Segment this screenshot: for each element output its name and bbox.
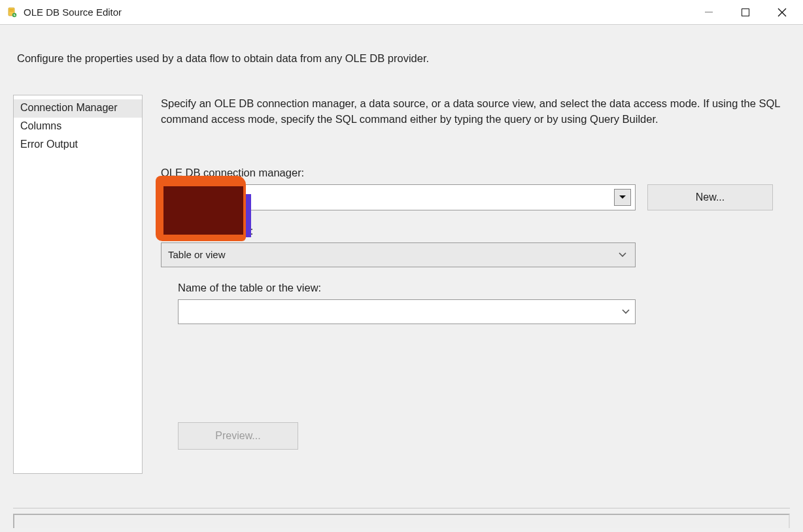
- window-title: OLE DB Source Editor: [24, 7, 691, 18]
- data-access-mode-label: Data access mode:: [161, 225, 787, 237]
- chevron-down-icon: [614, 189, 631, 206]
- maximize-button[interactable]: [727, 1, 764, 24]
- page-subtitle: Configure the properties used by a data …: [17, 52, 790, 65]
- close-button[interactable]: [764, 1, 800, 24]
- status-frame: [13, 514, 790, 528]
- minimize-button[interactable]: [691, 1, 727, 24]
- main-panel: Specify an OLE DB connection manager, a …: [161, 95, 790, 450]
- preview-button[interactable]: Preview...: [178, 422, 298, 450]
- separator: [13, 508, 790, 508]
- preview-button-label: Preview...: [215, 430, 260, 442]
- new-button-label: New...: [696, 191, 725, 203]
- sidebar-item-label: Error Output: [20, 139, 78, 150]
- sidebar-item-columns[interactable]: Columns: [14, 118, 142, 136]
- table-name-dropdown[interactable]: [178, 299, 636, 324]
- new-connection-button[interactable]: New...: [647, 184, 773, 210]
- sidebar-item-label: Columns: [20, 120, 61, 131]
- sidebar: Connection Manager Columns Error Output: [13, 95, 143, 474]
- svg-rect-1: [10, 9, 14, 10]
- app-icon: [5, 6, 18, 19]
- titlebar: OLE DB Source Editor: [0, 0, 803, 25]
- table-name-label: Name of the table or the view:: [178, 282, 787, 294]
- connection-manager-label: OLE DB connection manager:: [161, 167, 787, 179]
- data-access-mode-dropdown[interactable]: Table or view: [161, 242, 636, 267]
- redaction-overlay: [163, 186, 243, 235]
- data-access-mode-value: Table or view: [168, 249, 226, 260]
- sidebar-item-label: Connection Manager: [20, 102, 118, 113]
- instructions-text: Specify an OLE DB connection manager, a …: [161, 96, 787, 127]
- sidebar-item-error-output[interactable]: Error Output: [14, 136, 142, 154]
- chevron-down-icon: [622, 309, 630, 314]
- chevron-down-icon: [614, 246, 631, 263]
- sidebar-item-connection-manager[interactable]: Connection Manager: [14, 99, 142, 118]
- svg-rect-2: [10, 10, 14, 11]
